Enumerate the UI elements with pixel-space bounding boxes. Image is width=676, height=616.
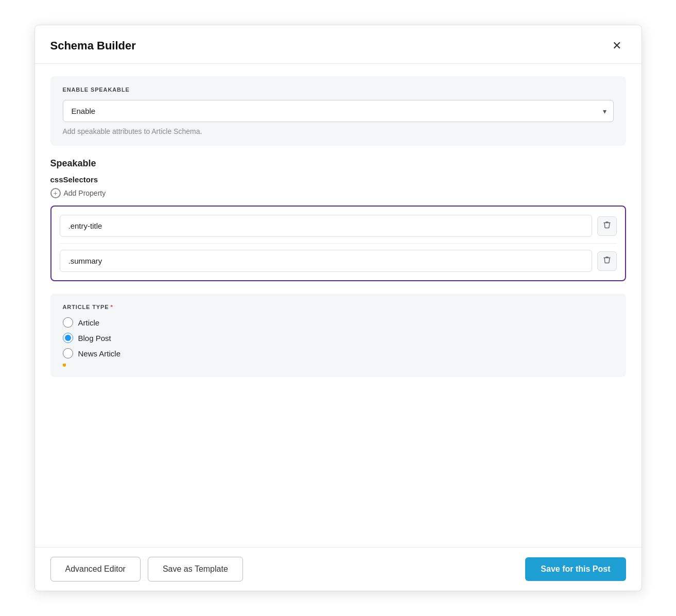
required-star: * [111, 304, 113, 310]
modal-header: Schema Builder ✕ [35, 25, 642, 64]
selector-row [60, 215, 617, 237]
article-type-card: ARTICLE TYPE* Article Blog Post News Art… [50, 294, 626, 377]
article-type-label: ARTICLE TYPE* [63, 304, 614, 310]
radio-item-news-article[interactable]: News Article [63, 348, 614, 358]
selector-input-2[interactable] [60, 250, 592, 272]
radio-article[interactable] [63, 317, 73, 328]
modal-footer: Advanced Editor Save as Template Save fo… [35, 547, 642, 591]
radio-item-blog-post[interactable]: Blog Post [63, 333, 614, 343]
delete-selector-2-button[interactable] [597, 251, 617, 271]
radio-blog-post[interactable] [63, 333, 73, 343]
trash-icon [603, 255, 611, 266]
css-selectors-block: cssSelectors + Add Property [50, 175, 626, 199]
close-button[interactable]: ✕ [608, 37, 626, 55]
enable-speakable-card: ENABLE SPEAKABLE Enable Disable ▾ Add sp… [50, 76, 626, 146]
enable-speakable-select[interactable]: Enable Disable [63, 100, 614, 122]
trash-icon [603, 220, 611, 231]
advanced-editor-button[interactable]: Advanced Editor [50, 557, 141, 581]
radio-item-article[interactable]: Article [63, 317, 614, 328]
article-type-radio-group: Article Blog Post News Article [63, 317, 614, 358]
speakable-title: Speakable [50, 158, 626, 169]
delete-selector-1-button[interactable] [597, 216, 617, 236]
selector-separator [60, 243, 617, 244]
radio-news-article-label: News Article [78, 349, 121, 358]
selector-input-1[interactable] [60, 215, 592, 237]
close-icon: ✕ [612, 39, 621, 53]
yellow-indicator-bar [63, 364, 66, 367]
selector-row [60, 250, 617, 272]
add-property-label: Add Property [64, 189, 106, 197]
save-as-template-button[interactable]: Save as Template [148, 557, 243, 581]
speakable-section: Speakable cssSelectors + Add Property [50, 158, 626, 281]
radio-article-label: Article [78, 318, 100, 327]
selectors-container [50, 206, 626, 281]
enable-speakable-hint: Add speakable attributes to Article Sche… [63, 127, 614, 135]
add-property-button[interactable]: + Add Property [50, 187, 106, 199]
schema-builder-modal: Schema Builder ✕ ENABLE SPEAKABLE Enable… [34, 25, 642, 591]
radio-news-article[interactable] [63, 348, 73, 358]
css-selectors-label: cssSelectors [50, 175, 626, 184]
modal-body: ENABLE SPEAKABLE Enable Disable ▾ Add sp… [35, 64, 642, 547]
save-for-post-button[interactable]: Save for this Post [525, 557, 626, 581]
radio-blog-post-label: Blog Post [78, 334, 111, 343]
modal-title: Schema Builder [50, 39, 136, 53]
enable-select-wrapper: Enable Disable ▾ [63, 100, 614, 122]
plus-circle-icon: + [50, 188, 61, 198]
enable-speakable-label: ENABLE SPEAKABLE [63, 87, 614, 93]
